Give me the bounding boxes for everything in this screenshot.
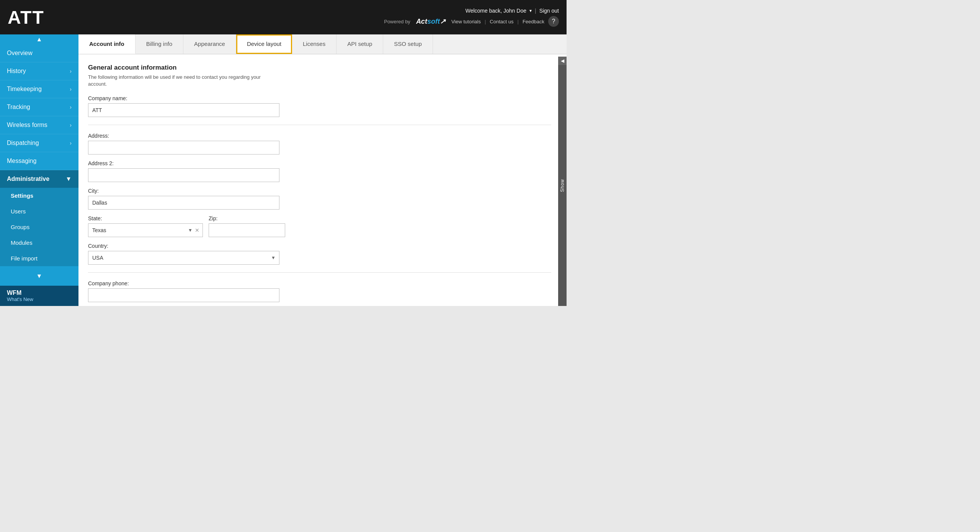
tab-billing-info[interactable]: Billing info <box>136 34 183 54</box>
sidebar-subitem-modules[interactable]: Modules <box>0 235 78 251</box>
groups-label: Groups <box>11 224 29 230</box>
sidebar-scroll-down[interactable]: ▼ <box>0 271 78 281</box>
sidebar-item-history[interactable]: History › <box>0 62 78 80</box>
top-header: ATT Welcome back, John Doe ▾ | Sign out … <box>0 0 567 34</box>
sidebar-label-history: History <box>7 68 26 75</box>
sidebar-item-wireless-forms[interactable]: Wireless forms › <box>0 116 78 134</box>
address2-group: Address 2: <box>88 160 551 182</box>
company-name-group: Company name: <box>88 95 551 117</box>
country-select[interactable]: USA Canada Mexico <box>88 251 279 265</box>
users-label: Users <box>11 208 26 215</box>
sidebar-scroll-up[interactable]: ▲ <box>0 34 78 44</box>
address-label: Address: <box>88 133 551 139</box>
wfm-whats-new-link[interactable]: What's New <box>7 296 72 302</box>
powered-by-text: Powered by <box>384 19 410 24</box>
state-zip-group: State: Texas California New York ▼ ✕ <box>88 215 551 237</box>
zip-col: Zip: <box>209 215 285 237</box>
tab-api-setup[interactable]: API setup <box>336 34 383 54</box>
divider-2 <box>88 272 551 273</box>
content-area: Account info Billing info Appearance Dev… <box>78 34 567 306</box>
tab-appearance[interactable]: Appearance <box>183 34 236 54</box>
sidebar-subitem-groups[interactable]: Groups <box>0 219 78 235</box>
country-select-wrapper: USA Canada Mexico ▼ <box>88 251 279 265</box>
history-arrow-icon: › <box>70 68 72 74</box>
country-group: Country: USA Canada Mexico ▼ <box>88 243 551 265</box>
phone-label: Company phone: <box>88 280 551 286</box>
sidebar-item-timekeeping[interactable]: Timekeeping › <box>0 80 78 98</box>
welcome-text: Welcome back, John Doe <box>466 8 526 14</box>
view-tutorials-link[interactable]: View tutorials <box>451 19 481 24</box>
state-col: State: Texas California New York ▼ ✕ <box>88 215 203 237</box>
tracking-arrow-icon: › <box>70 104 72 110</box>
user-info: Welcome back, John Doe ▾ | Sign out <box>466 8 559 14</box>
section-title: General account information <box>88 64 551 72</box>
sidebar-item-overview[interactable]: Overview <box>0 44 78 62</box>
timekeeping-arrow-icon: › <box>70 86 72 92</box>
sidebar-label-dispatching: Dispatching <box>7 140 39 146</box>
address2-label: Address 2: <box>88 160 551 166</box>
zip-input[interactable] <box>209 223 285 237</box>
sidebar-label-overview: Overview <box>7 50 33 57</box>
sidebar-subitem-settings[interactable]: Settings <box>0 188 78 203</box>
tab-account-info[interactable]: Account info <box>78 34 136 54</box>
sidebar-label-tracking: Tracking <box>7 104 30 111</box>
sidebar-label-timekeeping: Timekeeping <box>7 86 42 93</box>
tab-licenses[interactable]: Licenses <box>292 34 336 54</box>
tabs-bar: Account info Billing info Appearance Dev… <box>78 34 567 54</box>
address2-input[interactable] <box>88 168 279 182</box>
settings-label: Settings <box>11 192 33 199</box>
state-select[interactable]: Texas California New York <box>88 224 203 237</box>
administrative-chevron-icon: ▼ <box>65 176 72 182</box>
sidebar-item-administrative[interactable]: Administrative ▼ <box>0 170 78 188</box>
wireless-forms-arrow-icon: › <box>70 122 72 128</box>
company-name-label: Company name: <box>88 95 551 101</box>
scroll-up-arrow[interactable]: ◀ <box>558 57 567 65</box>
show-panel-button[interactable]: Show <box>559 65 566 306</box>
phone-group: Company phone: <box>88 280 551 302</box>
divider-1: | <box>535 8 536 14</box>
divider-1 <box>88 125 551 125</box>
sidebar-label-messaging: Messaging <box>7 158 36 164</box>
sidebar-subitem-file-import[interactable]: File import <box>0 251 78 266</box>
dispatching-arrow-icon: › <box>70 140 72 146</box>
tab-device-layout[interactable]: Device layout <box>236 34 292 54</box>
sidebar-item-messaging[interactable]: Messaging <box>0 152 78 170</box>
city-label: City: <box>88 188 551 194</box>
state-clear-button[interactable]: ✕ <box>195 227 199 233</box>
sign-out-link[interactable]: Sign out <box>539 8 559 14</box>
header-right: Welcome back, John Doe ▾ | Sign out Powe… <box>384 8 559 27</box>
sidebar-item-dispatching[interactable]: Dispatching › <box>0 134 78 152</box>
phone-input[interactable] <box>88 288 279 302</box>
main-layout: ▲ Overview History › Timekeeping › Track… <box>0 34 567 306</box>
company-name-input[interactable] <box>88 103 279 117</box>
state-select-wrapper: Texas California New York ▼ ✕ <box>88 223 203 237</box>
user-chevron-icon[interactable]: ▾ <box>529 8 532 13</box>
zip-label: Zip: <box>209 215 285 221</box>
feedback-link[interactable]: Feedback <box>523 19 544 24</box>
country-label: Country: <box>88 243 551 249</box>
address-group: Address: <box>88 133 551 155</box>
form-content: General account information The followin… <box>78 54 567 306</box>
actsoft-logo: Actsoft↗ <box>416 17 446 26</box>
state-label: State: <box>88 215 203 221</box>
app-logo: ATT <box>8 7 44 28</box>
contact-us-link[interactable]: Contact us <box>490 19 513 24</box>
city-input[interactable] <box>88 196 279 210</box>
help-button[interactable]: ? <box>548 16 559 27</box>
wfm-bar: WFM What's New <box>0 286 78 306</box>
wfm-title: WFM <box>7 290 72 296</box>
city-group: City: <box>88 188 551 210</box>
modules-label: Modules <box>11 239 33 246</box>
state-zip-label-row: State: Texas California New York ▼ ✕ <box>88 215 551 237</box>
section-description: The following information will be used i… <box>88 74 279 88</box>
file-import-label: File import <box>11 255 38 262</box>
sidebar: ▲ Overview History › Timekeeping › Track… <box>0 34 78 306</box>
sidebar-label-wireless-forms: Wireless forms <box>7 122 47 129</box>
tab-sso-setup[interactable]: SSO setup <box>383 34 433 54</box>
sidebar-item-tracking[interactable]: Tracking › <box>0 98 78 116</box>
address-input[interactable] <box>88 141 279 155</box>
header-links: View tutorials | Contact us | Feedback ? <box>451 16 559 27</box>
right-scrollbar: ◀ Show <box>558 57 567 306</box>
sidebar-subitem-users[interactable]: Users <box>0 203 78 219</box>
powered-by-row: Powered by Actsoft↗ View tutorials | Con… <box>384 16 559 27</box>
